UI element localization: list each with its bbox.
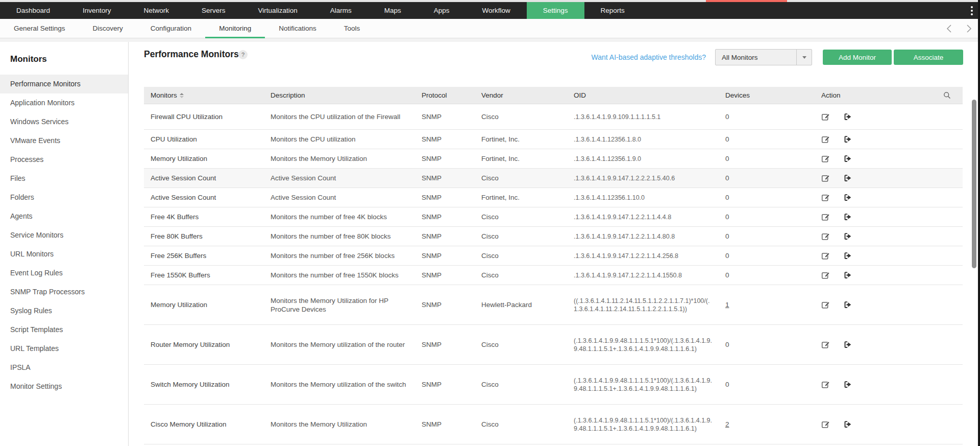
nav-tab-virtualization[interactable]: Virtualization	[242, 2, 314, 19]
monitor-oid: .1.3.6.1.4.1.9.9.147.1.2.2.1.1.4.1550.8	[567, 268, 719, 283]
nav-tab-alarms[interactable]: Alarms	[314, 2, 368, 19]
table-row[interactable]: Free 1550K Buffers Monitors the number o…	[144, 266, 963, 285]
nav-tab-workflow[interactable]: Workflow	[465, 2, 526, 19]
table-row[interactable]: Memory Utilization Monitors the Memory U…	[144, 149, 963, 169]
sidebar-item-agents[interactable]: Agents	[0, 207, 128, 226]
edit-icon[interactable]	[821, 340, 830, 349]
sidebar-item-syslog-rules[interactable]: Syslog Rules	[0, 301, 128, 320]
monitor-protocol: SNMP	[415, 337, 475, 352]
table-row[interactable]: Firewall CPU Utilization Monitors the CP…	[144, 104, 963, 130]
sidebar-item-url-monitors[interactable]: URL Monitors	[0, 245, 128, 264]
nav-back-icon[interactable]	[946, 24, 952, 33]
edit-icon[interactable]	[821, 251, 830, 260]
sort-icon[interactable]	[180, 93, 184, 98]
sidebar-item-url-templates[interactable]: URL Templates	[0, 339, 128, 358]
sidebar-item-files[interactable]: Files	[0, 169, 128, 188]
associate-device-icon[interactable]	[843, 340, 852, 349]
sidebar-item-application-monitors[interactable]: Application Monitors	[0, 93, 128, 112]
edit-icon[interactable]	[821, 135, 830, 144]
nav-forward-icon[interactable]	[966, 24, 972, 33]
sidebar-item-vmware-events[interactable]: VMware Events	[0, 131, 128, 150]
add-monitor-button[interactable]: Add Monitor	[823, 50, 892, 65]
help-icon[interactable]: ?	[238, 50, 248, 59]
table-row[interactable]: Active Session Count Active Session Coun…	[144, 169, 963, 188]
subnav-tab-monitoring[interactable]: Monitoring	[205, 19, 265, 38]
sidebar-item-monitor-settings[interactable]: Monitor Settings	[0, 377, 128, 396]
sidebar-item-processes[interactable]: Processes	[0, 150, 128, 169]
subnav-tab-general-settings[interactable]: General Settings	[0, 19, 79, 38]
nav-tab-apps[interactable]: Apps	[418, 2, 466, 19]
ai-thresholds-link[interactable]: Want AI-based adaptive thresholds?	[592, 53, 706, 61]
sidebar-item-snmp-trap-processors[interactable]: SNMP Trap Processors	[0, 283, 128, 301]
associate-device-icon[interactable]	[843, 213, 852, 221]
associate-device-icon[interactable]	[843, 271, 852, 279]
subnav-tab-discovery[interactable]: Discovery	[79, 19, 137, 38]
subnav-tab-tools[interactable]: Tools	[330, 19, 374, 38]
nav-tab-maps[interactable]: Maps	[368, 2, 418, 19]
edit-icon[interactable]	[821, 193, 830, 202]
associate-device-icon[interactable]	[843, 300, 852, 309]
table-row[interactable]: Switch Memory Utilization Monitors the M…	[144, 365, 963, 405]
table-row[interactable]: CPU Utilization Monitors the CPU utiliza…	[144, 130, 963, 149]
associate-device-icon[interactable]	[843, 154, 852, 163]
associate-device-icon[interactable]	[843, 251, 852, 260]
sidebar-item-folders[interactable]: Folders	[0, 188, 128, 207]
associate-button[interactable]: Associate	[894, 50, 963, 65]
associate-device-icon[interactable]	[843, 193, 852, 202]
subnav-tab-notifications[interactable]: Notifications	[265, 19, 330, 38]
table-row[interactable]: Free 256K Buffers Monitors the number of…	[144, 246, 963, 266]
monitor-vendor: Cisco	[475, 268, 567, 283]
edit-icon[interactable]	[821, 154, 830, 163]
sidebar-item-service-monitors[interactable]: Service Monitors	[0, 226, 128, 245]
associate-device-icon[interactable]	[843, 112, 852, 121]
nav-tab-network[interactable]: Network	[128, 2, 186, 19]
monitor-name: Memory Utilization	[144, 297, 264, 312]
edit-icon[interactable]	[821, 380, 830, 389]
associate-device-icon[interactable]	[843, 135, 852, 144]
monitor-filter-dropdown[interactable]: All Monitors	[715, 49, 812, 65]
monitor-description: Monitors the Memory Utilization for HP P…	[264, 293, 415, 317]
table-row[interactable]: Cisco Memory Utilization Monitors the Me…	[144, 405, 963, 444]
edit-icon[interactable]	[821, 213, 830, 221]
sidebar-item-ipsla[interactable]: IPSLA	[0, 358, 128, 377]
associate-device-icon[interactable]	[843, 174, 852, 182]
edit-icon[interactable]	[821, 112, 830, 121]
edit-icon[interactable]	[821, 232, 830, 241]
vertical-scrollbar[interactable]	[972, 100, 976, 268]
subnav-tab-configuration[interactable]: Configuration	[137, 19, 205, 38]
table-row[interactable]: Memory Utilization Monitors the Memory U…	[144, 285, 963, 325]
associate-device-icon[interactable]	[843, 380, 852, 389]
associate-device-icon[interactable]	[843, 232, 852, 241]
nav-tab-servers[interactable]: Servers	[185, 2, 242, 19]
sidebar-item-performance-monitors[interactable]: Performance Monitors	[0, 75, 128, 93]
overflow-menu-icon[interactable]	[971, 2, 973, 19]
chevron-down-icon[interactable]	[796, 50, 812, 65]
nav-tab-settings[interactable]: Settings	[527, 2, 584, 19]
monitor-protocol: SNMP	[415, 417, 475, 432]
column-header-monitors[interactable]: Monitors	[144, 91, 264, 99]
monitor-description: Monitors the CPU utilization	[264, 132, 415, 147]
search-icon[interactable]	[943, 91, 951, 100]
sidebar-item-event-log-rules[interactable]: Event Log Rules	[0, 264, 128, 283]
sidebar-item-script-templates[interactable]: Script Templates	[0, 320, 128, 339]
column-header-vendor: Vendor	[475, 91, 567, 99]
table-row[interactable]: Router Memory Utilization Monitors the M…	[144, 325, 963, 365]
edit-icon[interactable]	[821, 174, 830, 182]
monitor-vendor: Cisco	[475, 209, 567, 224]
edit-icon[interactable]	[821, 271, 830, 279]
table-row[interactable]: Active Session Count Active Session Coun…	[144, 188, 963, 207]
nav-tab-reports[interactable]: Reports	[584, 2, 641, 19]
monitor-oid: .1.3.6.1.4.1.9.9.147.1.2.2.2.1.5.40.6	[567, 171, 719, 185]
edit-icon[interactable]	[821, 420, 830, 429]
edit-icon[interactable]	[821, 300, 830, 309]
nav-tab-dashboard[interactable]: Dashboard	[0, 2, 66, 19]
table-row[interactable]: Free 80K Buffers Monitors the number of …	[144, 227, 963, 246]
table-row[interactable]: Free 4K Buffers Monitors the number of f…	[144, 207, 963, 227]
nav-tab-inventory[interactable]: Inventory	[66, 2, 128, 19]
device-count-link[interactable]: 1	[725, 301, 729, 309]
sidebar-item-windows-services[interactable]: Windows Services	[0, 112, 128, 131]
device-count: 0	[719, 268, 815, 283]
associate-device-icon[interactable]	[843, 420, 852, 429]
monitor-protocol: SNMP	[415, 268, 475, 283]
device-count-link[interactable]: 2	[725, 420, 729, 428]
